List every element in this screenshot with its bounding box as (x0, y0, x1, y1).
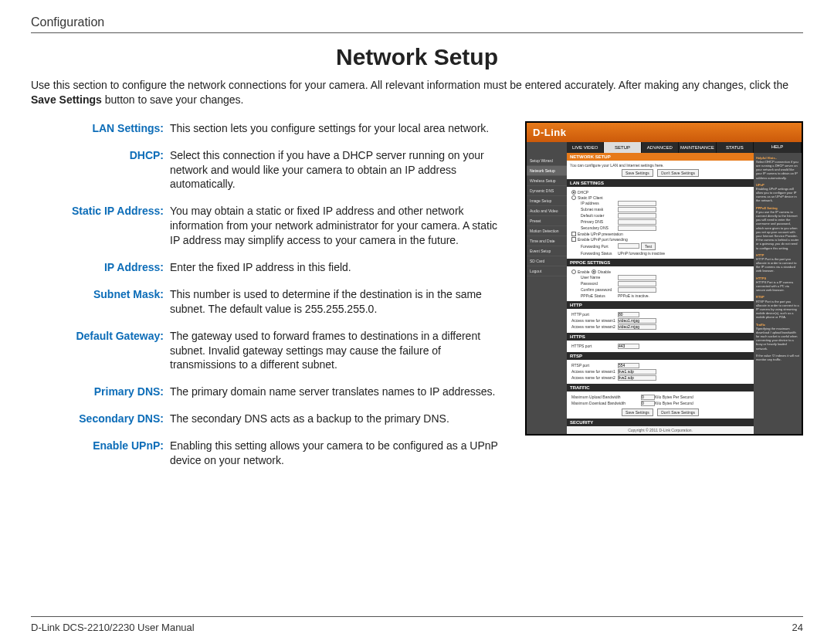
rtsp-a1-label: Access name for stream1 (571, 369, 618, 374)
ip-input[interactable] (618, 201, 656, 206)
pppoe-user-label: User Name (571, 275, 618, 280)
pppoe-disable-radio[interactable] (592, 269, 596, 274)
ss-nav-item[interactable]: SD Card (527, 256, 567, 266)
ss-nav-item[interactable]: Wireless Setup (527, 176, 567, 186)
pppoe-status-label: PPPoE Status (571, 293, 618, 298)
def-desc: This section lets you configure settings… (170, 121, 502, 136)
def-desc: You may obtain a static or fixed IP addr… (170, 204, 502, 248)
def-label: LAN Settings (31, 121, 170, 136)
def-desc: The secondary DNS acts as a backup to th… (170, 412, 502, 426)
ss-copyright: Copyright © 2011 D-Link Corporation. (567, 426, 754, 434)
ss-tabs: LIVE VIDEO SETUP ADVANCED MAINTENANCE ST… (567, 142, 754, 153)
ip-label: IP address (571, 201, 618, 205)
ss-tab[interactable]: STATUS (717, 142, 754, 153)
http-a1-input[interactable] (618, 318, 656, 324)
rtsp-a2-input[interactable] (618, 375, 656, 381)
https-port-input[interactable] (618, 344, 639, 349)
upnp-fwd-checkbox[interactable] (571, 237, 576, 242)
pppoe-pass-input[interactable] (618, 281, 656, 286)
ss-nav-item[interactable]: Audio and Video (527, 206, 567, 216)
header-section: Configuration (31, 15, 803, 33)
ss-http-panel: HTTP port Access name for stream1 Access… (567, 309, 754, 333)
intro-pre: Use this section to configure the networ… (31, 79, 788, 91)
page-footer: D-Link DCS-2210/2230 User Manual 24 (31, 616, 803, 633)
def-desc: Enabling this setting allows your camera… (170, 439, 502, 468)
ss-nav-item[interactable]: Motion Detection (527, 226, 567, 236)
def-desc: This number is used to determine if the … (170, 287, 502, 317)
def-static-ip: Static IP AddressYou may obtain a static… (31, 204, 502, 248)
def-label: Static IP Address (31, 204, 170, 248)
ss-traffic-panel: Maximum Upload Bandwidth Kilo Bytes Per … (567, 391, 754, 419)
dhcp-label: DHCP (578, 190, 588, 195)
def-ip-address: IP AddressEnter the fixed IP address in … (31, 260, 502, 275)
ss-tab[interactable]: LIVE VIDEO (567, 142, 604, 153)
def-default-gateway: Default GatewayThe gateway used to forwa… (31, 329, 502, 373)
traffic-up-input[interactable] (641, 395, 655, 400)
def-primary-dns: Primary DNSThe primary domain name serve… (31, 385, 502, 399)
def-label: DHCP (31, 148, 170, 192)
http-a2-label: Access name for stream2 (571, 324, 618, 329)
rtsp-a1-input[interactable] (618, 369, 656, 375)
subnet-label: Subnet mask (571, 207, 618, 212)
ss-https-panel: HTTPS port (567, 341, 754, 352)
pdns-label: Primary DNS (571, 219, 618, 224)
fwd-port-input[interactable] (618, 243, 639, 249)
http-port-label: HTTP port (571, 312, 618, 317)
subnet-input[interactable] (618, 207, 656, 212)
ss-center: LIVE VIDEO SETUP ADVANCED MAINTENANCE ST… (567, 142, 754, 434)
pppoe-status-val: PPPoE is inactive. (618, 293, 649, 298)
http-port-input[interactable] (618, 312, 639, 317)
ss-desc-text: You can configure your LAN and Internet … (570, 163, 664, 168)
traffic-unit: Kilo Bytes Per Second (655, 401, 693, 405)
ss-nav-item[interactable]: Setup Wizard (527, 156, 567, 166)
traffic-dn-input[interactable] (641, 401, 655, 406)
save-settings-button[interactable]: Save Settings (622, 169, 653, 177)
test-button[interactable]: Test (641, 242, 656, 250)
http-a2-input[interactable] (618, 324, 656, 330)
pppoe-enable-label: Enable (578, 269, 590, 274)
ss-help-tab[interactable]: HELP (754, 142, 802, 153)
pdns-input[interactable] (618, 219, 656, 225)
definitions-list: LAN SettingsThis section lets you config… (31, 121, 510, 480)
pppoe-enable-radio[interactable] (571, 269, 576, 274)
hint-item: If the value '0' indexes it will not mon… (756, 354, 799, 361)
ss-nav-item[interactable]: Time and Date (527, 236, 567, 246)
ss-tab[interactable]: SETUP (604, 142, 641, 153)
def-label: IP Address (31, 260, 170, 275)
def-lan-settings: LAN SettingsThis section lets you config… (31, 121, 502, 136)
ss-http-title: HTTP (567, 301, 754, 309)
ss-tab[interactable]: MAINTENANCE (679, 142, 717, 153)
hint-item: Enabling UPnP settings will allow you to… (756, 187, 799, 203)
dont-save-button-bottom[interactable]: Don't Save Settings (657, 408, 699, 416)
ss-nav-item[interactable]: Network Setup (527, 166, 567, 176)
ss-tab[interactable]: ADVANCED (642, 142, 679, 153)
def-label: Enable UPnP (31, 439, 170, 468)
ss-nav-item[interactable]: Preset (527, 216, 567, 226)
dhcp-radio[interactable] (571, 190, 576, 195)
sdns-label: Secondary DNS (571, 225, 618, 230)
def-label: Primary DNS (31, 385, 170, 399)
ss-nav-item[interactable]: Logout (527, 266, 567, 276)
intro-bold: Save Settings (31, 93, 102, 106)
hint-item: Specifying the maximum download / upload… (756, 327, 799, 351)
intro-post: button to save your changes. (102, 93, 244, 106)
upnp-pres-checkbox[interactable] (571, 232, 576, 236)
pppoe-confirm-input[interactable] (618, 287, 656, 293)
rtsp-port-input[interactable] (618, 363, 639, 368)
sdns-input[interactable] (618, 225, 656, 231)
def-dhcp: DHCPSelect this connection if you have a… (31, 148, 502, 192)
def-label: Default Gateway (31, 329, 170, 373)
ss-nav-item[interactable]: Image Setup (527, 196, 567, 206)
upnp-fwd-label: Enable UPnP port forwarding (578, 237, 628, 242)
ss-nav-item[interactable]: Event Setup (527, 246, 567, 256)
save-settings-button-bottom[interactable]: Save Settings (622, 408, 653, 416)
router-label: Default router (571, 213, 618, 218)
ss-nav-item[interactable]: Dynamic DNS (527, 186, 567, 196)
static-radio[interactable] (571, 195, 576, 200)
def-desc: Enter the fixed IP address in this field… (170, 260, 502, 275)
dont-save-button[interactable]: Don't Save Settings (657, 169, 699, 177)
def-label: Secondary DNS (31, 412, 170, 426)
router-input[interactable] (618, 213, 656, 219)
fwd-port-label: Forwarding Port (571, 244, 618, 249)
pppoe-user-input[interactable] (618, 275, 656, 280)
